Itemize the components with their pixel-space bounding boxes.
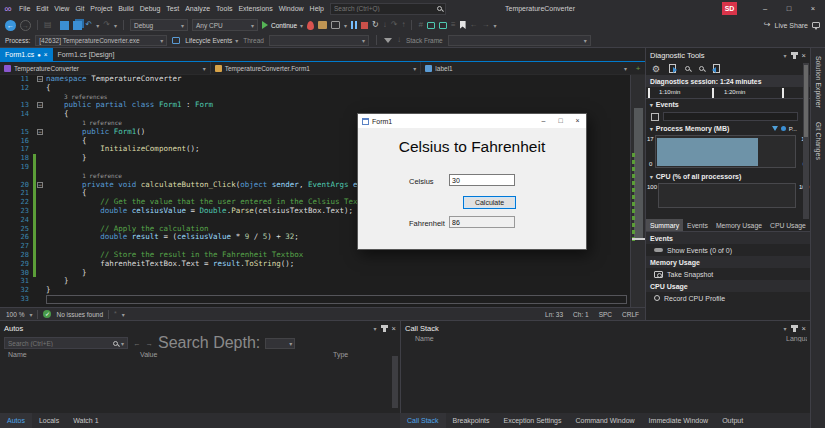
diagnostics-tab[interactable]: Memory Usage [712,219,766,231]
stop-debugging-icon[interactable] [361,22,368,29]
step-over-icon[interactable]: ↷ [391,20,398,30]
show-events-link[interactable]: Show Events (0 of 0) [646,244,810,256]
breakpoint-margin[interactable] [0,260,13,269]
zoom-out-icon[interactable] [699,66,704,71]
watch-tab[interactable]: Autos [0,413,32,428]
pin-icon[interactable] [793,325,796,332]
spaces-indicator[interactable]: SPC [599,311,612,318]
line-ending-indicator[interactable]: CRLF [622,311,639,318]
menu-item[interactable]: Window [276,0,307,17]
menu-item[interactable]: Extensions [235,0,275,17]
fold-margin[interactable]: − [36,101,46,110]
search-input[interactable] [334,5,437,12]
breakpoint-margin[interactable] [0,128,13,137]
window-position-icon[interactable]: ▾ [784,325,787,332]
tab-form1-cs[interactable]: Form1.cs ● × [0,48,53,61]
step-into-icon[interactable]: ↓ [383,20,387,30]
windows-menu-icon[interactable]: ≡ [451,20,456,30]
flag-threads-icon[interactable]: ↓ [397,35,401,45]
search-depth-dropdown[interactable]: ▾ [265,338,295,349]
bookmark-next-icon[interactable]: → [482,20,490,30]
window-position-icon[interactable]: ▾ [374,325,377,332]
show-diagnostics-icon[interactable] [331,21,340,29]
search-options-icon[interactable]: ▾ [121,340,124,347]
breakpoint-margin[interactable] [0,84,13,93]
search-next-icon[interactable]: → [146,339,154,348]
column-type[interactable]: Type [333,351,348,358]
breakpoint-margin[interactable] [0,154,13,163]
column-name[interactable]: Name [415,335,434,342]
menu-item[interactable]: Tools [213,0,235,17]
debug-tab[interactable]: Exception Settings [496,413,568,428]
apply-code-changes-icon[interactable] [318,21,327,29]
breakpoint-margin[interactable] [0,295,13,304]
fold-margin[interactable] [36,110,46,119]
breakpoint-margin[interactable] [0,110,13,119]
fold-margin[interactable] [36,198,46,207]
fold-margin[interactable]: − [36,75,46,84]
collapse-icon[interactable]: ▾ [650,102,653,108]
redo-dropdown-icon[interactable]: ▾ [114,22,117,29]
calculate-button[interactable]: Calculate [463,196,516,209]
collapse-icon[interactable]: ▾ [650,126,653,132]
code-line-33[interactable]: 33 [0,295,630,304]
save-all-icon[interactable] [73,21,82,30]
breakpoint-margin[interactable] [0,189,13,198]
debug-tab[interactable]: Call Stack [400,413,446,428]
breakpoint-margin[interactable] [0,93,13,102]
close-panel-icon[interactable]: × [802,324,806,333]
minimize-button[interactable]: – [753,0,777,17]
column-value[interactable]: Value [140,351,157,358]
menu-item[interactable]: Project [87,0,115,17]
menu-item[interactable]: Git [72,0,87,17]
window-position-icon[interactable]: ▾ [784,52,787,59]
menu-item[interactable]: Edit [33,0,51,17]
toolbar-options-icon[interactable]: ▾ [494,22,497,29]
diagnostics-tab[interactable]: Summary [646,219,683,231]
toolbar-overflow-icon[interactable]: ▾ [344,22,347,29]
fold-margin[interactable] [36,154,46,163]
code-cleanup-icon[interactable]: * [114,309,117,319]
close-button[interactable]: × [801,0,825,17]
export-icon[interactable] [669,64,676,73]
code-line-11[interactable]: 11−namespace TemperatureConverter [0,75,630,84]
debug-tab[interactable]: Output [715,413,750,428]
form1-title-bar[interactable]: Form1 – □ × [358,114,586,128]
breakpoint-margin[interactable] [0,225,13,234]
watch-tab[interactable]: Locals [32,413,66,428]
send-feedback-icon[interactable] [812,22,820,28]
fold-margin[interactable] [36,269,46,278]
search-prev-icon[interactable]: ← [133,339,141,348]
fold-margin[interactable] [36,251,46,260]
fold-margin[interactable] [36,189,46,198]
take-snapshot-link[interactable]: Take Snapshot [646,268,810,280]
solution-platform-dropdown[interactable]: Any CPU▾ [192,19,258,31]
fold-margin[interactable] [36,295,46,304]
lifecycle-events-dropdown[interactable]: Lifecycle Events▾ [185,37,238,44]
menu-item[interactable]: Build [115,0,137,17]
bookmark-prev-icon[interactable]: ← [470,20,478,30]
code-line-29[interactable]: 29 fahrenheitTextBox.Text = result.ToStr… [0,260,630,269]
fahrenheit-textbox[interactable] [449,216,515,228]
fold-margin[interactable] [36,225,46,234]
pin-icon[interactable] [383,325,386,332]
breakpoint-margin[interactable] [0,75,13,84]
process-dropdown[interactable]: [42632] TemperatureConverter.exe▾ [35,35,167,46]
undo-dropdown-icon[interactable]: ▾ [96,22,99,29]
quick-search-box[interactable] [330,3,446,15]
code-line-32[interactable]: 32} [0,286,630,295]
cpu-section-header[interactable]: ▾ CPU (% of all processors) [646,171,810,182]
fold-margin[interactable] [36,233,46,242]
breakpoint-margin[interactable] [0,269,13,278]
fold-margin[interactable] [36,84,46,93]
step-out-icon[interactable]: ↑ [401,20,405,30]
code-line-12[interactable]: 12{ [0,84,630,93]
menu-item[interactable]: Help [307,0,327,17]
breakpoint-margin[interactable] [0,145,13,154]
continue-button[interactable]: Continue ▾ [262,21,303,29]
debug-tab[interactable]: Immediate Window [642,413,716,428]
restart-icon[interactable]: ↻ [372,20,379,30]
breakpoint-margin[interactable] [0,137,13,146]
fold-margin[interactable] [36,93,46,102]
column-language[interactable]: Language [786,335,807,342]
